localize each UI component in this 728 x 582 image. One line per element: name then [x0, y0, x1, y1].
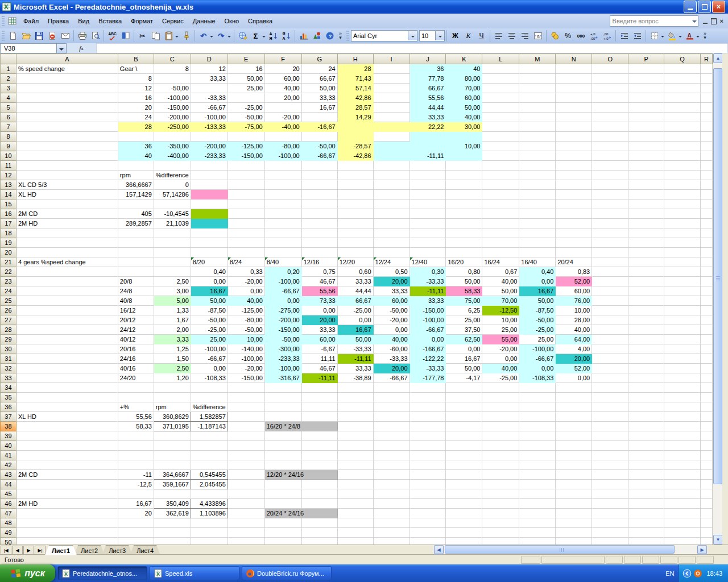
cell-G18[interactable] — [301, 228, 337, 238]
cell-L9[interactable] — [482, 142, 519, 151]
cell-M36[interactable] — [519, 402, 556, 412]
cell-B1[interactable]: Gear \ — [118, 64, 154, 74]
cell-M7[interactable] — [519, 122, 556, 132]
cell-B35[interactable] — [118, 393, 154, 402]
cell-M10[interactable] — [519, 151, 556, 161]
cell-A18[interactable] — [16, 228, 118, 238]
cell-Q48[interactable] — [664, 518, 700, 528]
cell-A1[interactable]: % speed change — [16, 64, 118, 74]
cell-G24[interactable]: 55,56 — [301, 286, 337, 296]
cell-N42[interactable] — [556, 460, 592, 470]
cell-L47[interactable] — [482, 509, 519, 518]
cell-O41[interactable] — [592, 451, 628, 460]
cell-C9[interactable]: -350,00 — [154, 142, 191, 151]
cell-K5[interactable]: 50,00 — [446, 103, 482, 113]
scroll-right-icon[interactable]: ▶ — [697, 545, 707, 554]
cell-G15[interactable] — [301, 199, 337, 209]
cell-L29[interactable]: 55,00 — [482, 335, 519, 344]
align-center-button[interactable] — [505, 30, 518, 42]
cell-Q34[interactable] — [664, 383, 700, 393]
cell-A8[interactable] — [16, 132, 118, 142]
font-name-select[interactable]: Arial Cyr — [351, 30, 417, 41]
cell-I13[interactable] — [373, 180, 410, 190]
task-button[interactable]: XSpeed.xls — [150, 566, 239, 580]
cell-M44[interactable] — [519, 480, 556, 489]
cell-I50[interactable] — [373, 538, 410, 545]
cell-C5[interactable]: -150,00 — [154, 103, 191, 113]
col-header-Q[interactable]: Q — [664, 54, 700, 64]
cell-P9[interactable] — [628, 142, 664, 151]
row-header-30[interactable]: 30 — [1, 344, 16, 354]
row-header-29[interactable]: 29 — [1, 335, 16, 344]
cell-C49[interactable] — [154, 528, 191, 538]
cell-R48[interactable] — [700, 518, 712, 528]
cell-K24[interactable]: 58,33 — [446, 286, 482, 296]
cell-K7[interactable]: 30,00 — [446, 122, 482, 132]
cell-D2[interactable]: 33,33 — [191, 74, 228, 84]
cell-C31[interactable]: 1,50 — [154, 354, 191, 364]
cell-M17[interactable] — [519, 219, 556, 228]
row-header-10[interactable]: 10 — [1, 151, 16, 161]
cell-L27[interactable]: 10,00 — [482, 315, 519, 325]
menu-item-Сервис[interactable]: Сервис — [158, 16, 188, 26]
cell-C1[interactable]: 8 — [154, 64, 191, 74]
cell-B12[interactable]: rpm — [118, 171, 154, 180]
doc-minimize-button[interactable] — [703, 18, 708, 24]
cell-E10[interactable]: -150,00 — [228, 151, 264, 161]
cell-M38[interactable] — [519, 422, 556, 431]
cell-F39[interactable] — [264, 431, 301, 441]
cell-A39[interactable] — [16, 431, 118, 441]
cell-C10[interactable]: -400,00 — [154, 151, 191, 161]
cell-M50[interactable] — [519, 538, 556, 545]
cell-G36[interactable] — [301, 402, 337, 412]
row-header-5[interactable]: 5 — [1, 103, 16, 113]
col-header-F[interactable]: F — [264, 54, 301, 64]
cell-E2[interactable]: 50,00 — [228, 74, 264, 84]
cell-N22[interactable]: 0,83 — [556, 267, 592, 277]
cell-O2[interactable] — [592, 74, 628, 84]
cell-I5[interactable] — [373, 103, 410, 113]
sort-asc-button[interactable]: АЯ — [267, 30, 280, 42]
new-document-button[interactable] — [6, 30, 19, 42]
autosum-button[interactable]: Σ — [249, 30, 267, 42]
cell-F48[interactable] — [264, 518, 301, 528]
cell-J10[interactable]: -11,11 — [410, 151, 446, 161]
cell-E48[interactable] — [228, 518, 264, 528]
cell-P6[interactable] — [628, 113, 664, 122]
cell-G50[interactable] — [301, 538, 337, 545]
cell-E27[interactable]: -80,00 — [228, 315, 264, 325]
cell-R50[interactable] — [700, 538, 712, 545]
cell-H12[interactable] — [337, 171, 373, 180]
underline-button[interactable]: Ч — [475, 30, 488, 42]
cell-A25[interactable] — [16, 296, 118, 306]
cell-C34[interactable] — [154, 383, 191, 393]
cell-D26[interactable]: -87,50 — [191, 306, 228, 315]
cell-R2[interactable] — [700, 74, 712, 84]
cell-N11[interactable] — [556, 161, 592, 171]
cell-O1[interactable] — [592, 64, 628, 74]
cell-J14[interactable] — [410, 190, 446, 199]
cell-C24[interactable]: 3,00 — [154, 286, 191, 296]
cell-R36[interactable] — [700, 402, 712, 412]
cell-C46[interactable]: 350,409 — [154, 499, 191, 509]
cell-C20[interactable] — [154, 248, 191, 257]
cell-I3[interactable] — [373, 84, 410, 93]
cell-D36[interactable]: %difference — [191, 402, 228, 412]
cell-K43[interactable] — [446, 470, 482, 480]
cell-H3[interactable]: 57,14 — [337, 84, 373, 93]
cell-P43[interactable] — [628, 470, 664, 480]
cell-K10[interactable] — [446, 151, 482, 161]
cell-D21[interactable]: 8/20 — [191, 257, 228, 267]
cell-P32[interactable] — [628, 364, 664, 373]
decrease-decimal-button[interactable]: ,00+,0 — [601, 30, 614, 42]
cell-O23[interactable] — [592, 277, 628, 286]
cell-L2[interactable] — [482, 74, 519, 84]
cell-O13[interactable] — [592, 180, 628, 190]
cell-N32[interactable]: 52,00 — [556, 364, 592, 373]
toolbar-options-icon[interactable]: »▾ — [336, 30, 345, 42]
cell-O33[interactable] — [592, 373, 628, 383]
cell-O30[interactable] — [592, 344, 628, 354]
cell-N28[interactable]: 40,00 — [556, 325, 592, 335]
save-button[interactable] — [32, 30, 46, 42]
cell-M18[interactable] — [519, 228, 556, 238]
